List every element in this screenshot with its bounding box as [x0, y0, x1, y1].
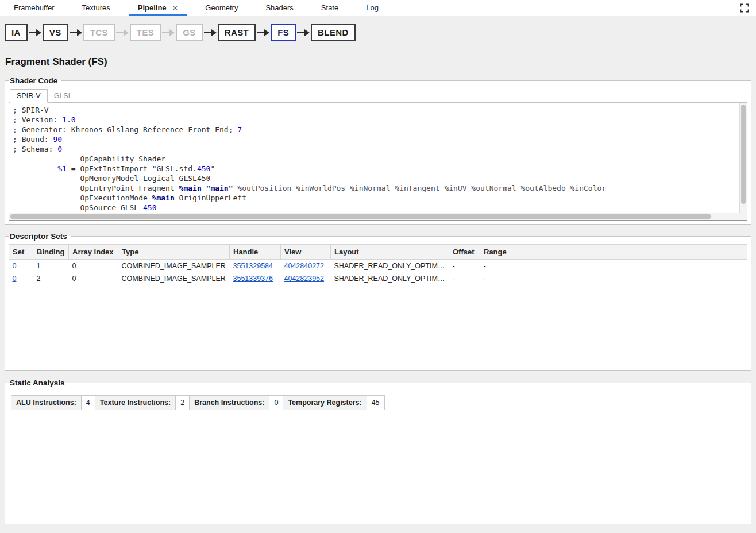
code-line: ; Bound: 90	[13, 134, 743, 144]
code-token	[202, 184, 206, 192]
stage-fs[interactable]: FS	[271, 24, 296, 41]
tab-pipeline[interactable]: Pipeline×	[124, 0, 192, 16]
table-cell: -	[449, 272, 480, 285]
table-header-row: SetBindingArray IndexTypeHandleViewLayou…	[9, 245, 747, 260]
shader-code-section: Shader Code SPIR-V GLSL ; SPIR-V; Versio…	[5, 76, 751, 225]
tab-glsl[interactable]: GLSL	[48, 90, 79, 102]
code-line: ; Schema: 0	[13, 144, 743, 154]
code-token: 90	[53, 135, 62, 144]
code-token: 450	[143, 203, 156, 212]
code-line: OpMemoryModel Logical GLSL450	[13, 173, 743, 183]
stat-value: 4	[81, 396, 95, 410]
stat-label: ALU Instructions:	[11, 396, 82, 410]
table-row: 010COMBINED_IMAGE_SAMPLER355132958440428…	[9, 260, 747, 273]
stat-label: Texture Instructions:	[95, 396, 175, 410]
tab-log[interactable]: Log	[352, 0, 392, 16]
static-analysis-legend: Static Analysis	[9, 378, 68, 387]
stat-value: 2	[176, 396, 190, 410]
tab-geometry[interactable]: Geometry	[191, 0, 252, 16]
table-cell: -	[480, 260, 747, 273]
column-header-binding: Binding	[33, 245, 69, 260]
code-token: OpSource GLSL	[13, 203, 143, 212]
tab-state[interactable]: State	[307, 0, 352, 16]
code-token: OpCapability Shader	[13, 155, 165, 163]
tab-shaders[interactable]: Shaders	[252, 0, 307, 16]
code-token: 7	[237, 125, 242, 134]
stage-ia[interactable]: IA	[5, 24, 28, 41]
flow-arrow-icon	[256, 29, 270, 37]
tab-label: Geometry	[205, 3, 238, 12]
stage-vs[interactable]: VS	[43, 24, 68, 41]
tab-label: Log	[366, 3, 379, 12]
table-cell: SHADER_READ_ONLY_OPTIMAL	[331, 272, 449, 285]
stage-gs[interactable]: GS	[176, 24, 202, 41]
tab-close-icon[interactable]: ×	[173, 3, 178, 12]
table-cell: 4042823952	[281, 272, 331, 285]
cell-link[interactable]: 0	[13, 262, 17, 270]
code-token: OpMemoryModel Logical GLSL450	[13, 174, 210, 183]
code-token: %1	[57, 164, 67, 173]
code-token: ; Version:	[13, 115, 62, 124]
table-cell: 0	[69, 260, 118, 273]
code-token: %outPosition %inWorldPos %inNormal %inTa…	[237, 184, 606, 192]
table-cell: COMBINED_IMAGE_SAMPLER	[118, 260, 230, 273]
code-line: OpExecutionMode %main OriginUpperLeft	[13, 193, 743, 203]
static-analysis-table: ALU Instructions:4Texture Instructions:2…	[11, 395, 385, 410]
stat-label: Temporary Registers:	[283, 396, 367, 410]
table-cell: 0	[69, 272, 118, 285]
code-token: %main	[179, 184, 202, 192]
stat-value: 45	[367, 396, 384, 410]
horizontal-scrollbar[interactable]	[9, 213, 739, 220]
cell-link[interactable]: 4042840272	[284, 262, 325, 270]
code-token: OriginUpperLeft	[175, 194, 246, 202]
stage-blend[interactable]: BLEND	[311, 24, 356, 41]
tab-spir-v[interactable]: SPIR-V	[10, 89, 48, 103]
code-token: ; Bound:	[13, 135, 53, 144]
table-cell: SHADER_READ_ONLY_OPTIMAL	[331, 260, 449, 273]
flow-arrow-icon	[115, 29, 129, 37]
vertical-scrollbar[interactable]	[739, 103, 747, 213]
tab-framebuffer[interactable]: Framebuffer	[0, 0, 68, 16]
cell-link[interactable]: 4042823952	[284, 275, 325, 283]
code-line: ; Version: 1.0	[13, 115, 743, 125]
code-token: OpEntryPoint Fragment	[13, 184, 179, 192]
flow-arrow-icon	[161, 29, 175, 37]
tab-textures[interactable]: Textures	[68, 0, 124, 16]
table-cell: 4042840272	[281, 260, 331, 273]
shader-code-viewer[interactable]: ; SPIR-V; Version: 1.0; Generator: Khron…	[9, 103, 747, 221]
table-cell: 2	[33, 272, 69, 285]
cell-link[interactable]: 0	[13, 275, 17, 283]
stage-tes[interactable]: TES	[130, 24, 161, 41]
scrollbar-corner	[739, 213, 747, 220]
stage-rast[interactable]: RAST	[218, 24, 256, 41]
table-cell: 3551329584	[230, 260, 281, 273]
flow-arrow-icon	[69, 29, 83, 37]
code-line: ; SPIR-V	[13, 105, 743, 115]
horizontal-scrollbar-thumb[interactable]	[10, 214, 711, 219]
cell-link[interactable]: 3551329584	[233, 262, 273, 270]
vertical-scrollbar-thumb[interactable]	[741, 105, 746, 204]
column-header-range: Range	[480, 245, 747, 260]
code-line: %1 = OpExtInstImport "GLSL.std.450"	[13, 164, 743, 173]
tab-label: Pipeline	[138, 3, 167, 12]
cell-link[interactable]: 3551339376	[233, 275, 273, 283]
flow-arrow-icon	[28, 29, 42, 37]
code-token: ; Generator: Khronos Glslang Reference F…	[13, 125, 237, 134]
column-header-type: Type	[118, 245, 230, 260]
descriptor-sets-table: SetBindingArray IndexTypeHandleViewLayou…	[9, 244, 747, 285]
code-token: "	[210, 164, 215, 173]
fullscreen-button[interactable]	[739, 2, 750, 14]
shader-code-text: ; SPIR-V; Version: 1.0; Generator: Khron…	[9, 103, 747, 221]
tab-label: Textures	[82, 3, 110, 12]
fullscreen-icon	[740, 3, 749, 13]
column-header-offset: Offset	[449, 245, 480, 260]
column-header-set: Set	[9, 245, 33, 260]
code-token: OpExecutionMode	[13, 194, 152, 202]
shader-code-tab-strip: SPIR-V GLSL	[9, 88, 747, 103]
pipeline-inspector-window: FramebufferTexturesPipeline×GeometryShad…	[0, 0, 756, 524]
stage-tcs[interactable]: TCS	[83, 24, 115, 41]
code-token: %main	[152, 194, 175, 202]
tab-strip: FramebufferTexturesPipeline×GeometryShad…	[0, 0, 392, 16]
table-cell: -	[449, 260, 480, 273]
column-header-handle: Handle	[230, 245, 281, 260]
